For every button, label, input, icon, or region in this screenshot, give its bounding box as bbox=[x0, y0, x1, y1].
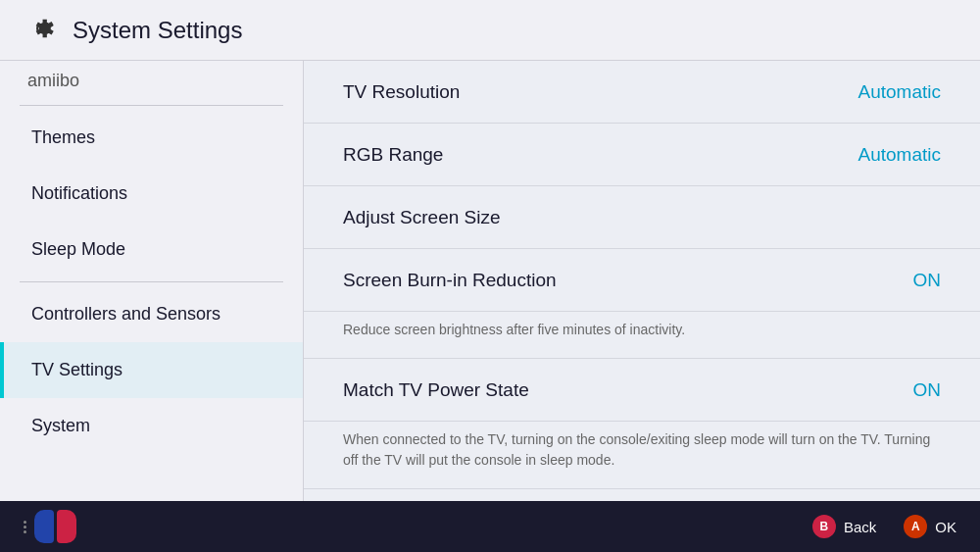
setting-label-adjust-screen-size: Adjust Screen Size bbox=[343, 207, 501, 228]
sidebar-divider-2 bbox=[20, 281, 283, 282]
ok-button[interactable]: A OK bbox=[904, 515, 956, 538]
page-title: System Settings bbox=[73, 17, 242, 44]
sidebar-item-system[interactable]: System bbox=[0, 398, 303, 454]
setting-value-screen-burn: ON bbox=[913, 270, 942, 291]
dot-1 bbox=[24, 521, 26, 524]
setting-value-tv-resolution: Automatic bbox=[858, 81, 941, 103]
back-button[interactable]: B Back bbox=[812, 515, 876, 538]
dot-2 bbox=[24, 526, 26, 528]
joycon-dots bbox=[24, 521, 26, 533]
setting-row-adjust-screen-size[interactable]: Adjust Screen Size bbox=[304, 186, 980, 249]
sidebar-item-amiibo[interactable]: amiibo bbox=[0, 61, 303, 101]
setting-value-match-tv-power: ON bbox=[913, 379, 942, 401]
footer-left bbox=[24, 510, 76, 543]
b-button-icon: B bbox=[812, 515, 836, 538]
sidebar-item-themes[interactable]: Themes bbox=[0, 110, 303, 166]
setting-label-match-tv-power: Match TV Power State bbox=[343, 379, 529, 401]
footer-right: B Back A OK bbox=[812, 515, 956, 538]
setting-row-tv-resolution[interactable]: TV Resolution Automatic bbox=[304, 61, 980, 124]
footer: B Back A OK bbox=[0, 501, 980, 552]
joycon-left bbox=[34, 510, 54, 543]
content-panel: TV Resolution Automatic RGB Range Automa… bbox=[304, 61, 980, 501]
setting-description-screen-burn: Reduce screen brightness after five minu… bbox=[304, 312, 980, 359]
a-button-icon: A bbox=[904, 515, 927, 538]
sidebar-item-controllers[interactable]: Controllers and Sensors bbox=[0, 286, 303, 342]
ok-label: OK bbox=[935, 519, 956, 535]
settings-icon bbox=[24, 11, 59, 50]
main-content: amiibo Themes Notifications Sleep Mode C… bbox=[0, 61, 980, 501]
back-label: Back bbox=[844, 519, 876, 535]
setting-label-rgb-range: RGB Range bbox=[343, 144, 443, 166]
header: System Settings bbox=[0, 0, 980, 61]
sidebar-divider-1 bbox=[20, 105, 283, 106]
setting-label-tv-resolution: TV Resolution bbox=[343, 81, 460, 103]
setting-value-rgb-range: Automatic bbox=[858, 144, 941, 166]
setting-label-screen-burn: Screen Burn-in Reduction bbox=[343, 270, 557, 291]
sidebar-item-tv-settings[interactable]: TV Settings bbox=[0, 342, 303, 398]
sidebar-item-notifications[interactable]: Notifications bbox=[0, 166, 303, 222]
setting-row-rgb-range[interactable]: RGB Range Automatic bbox=[304, 124, 980, 186]
setting-description-match-tv-power: When connected to the TV, turning on the… bbox=[304, 422, 980, 489]
joycon-icon bbox=[34, 510, 76, 543]
dot-3 bbox=[24, 530, 26, 533]
sidebar-item-sleep-mode[interactable]: Sleep Mode bbox=[0, 222, 303, 277]
setting-row-screen-burn[interactable]: Screen Burn-in Reduction ON bbox=[304, 249, 980, 312]
setting-row-match-tv-power[interactable]: Match TV Power State ON bbox=[304, 359, 980, 422]
sidebar: amiibo Themes Notifications Sleep Mode C… bbox=[0, 61, 304, 501]
joycon-right bbox=[57, 510, 76, 543]
